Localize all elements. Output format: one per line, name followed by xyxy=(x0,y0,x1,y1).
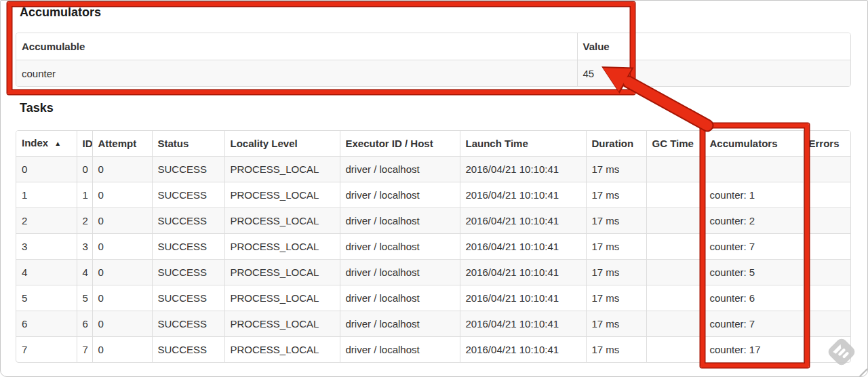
accumulable-name-cell: counter xyxy=(16,60,577,87)
task-errors-cell xyxy=(803,285,850,311)
table-row: 1 1 0 SUCCESS PROCESS_LOCAL driver / loc… xyxy=(16,182,850,208)
task-id-cell: 6 xyxy=(77,311,92,337)
task-gc-time-cell xyxy=(646,337,704,363)
task-duration-cell: 17 ms xyxy=(586,182,646,208)
accumulators-heading: Accumulators xyxy=(20,5,101,20)
task-attempt-cell: 0 xyxy=(92,260,152,285)
task-gc-time-cell xyxy=(646,311,704,337)
task-duration-cell: 17 ms xyxy=(586,337,646,363)
accumulators-header-row: Accumulable Value xyxy=(16,33,850,60)
task-attempt-cell: 0 xyxy=(92,285,152,311)
task-locality-cell: PROCESS_LOCAL xyxy=(224,337,340,363)
task-gc-time-cell xyxy=(646,182,704,208)
task-errors-cell xyxy=(803,234,850,260)
task-locality-cell: PROCESS_LOCAL xyxy=(224,260,340,285)
task-attempt-cell: 0 xyxy=(92,234,152,260)
task-accumulators-cell: counter: 7 xyxy=(704,311,803,337)
task-errors-cell xyxy=(803,182,850,208)
task-status-cell: SUCCESS xyxy=(152,182,224,208)
table-row: 2 2 0 SUCCESS PROCESS_LOCAL driver / loc… xyxy=(16,208,850,234)
header-cell-value: Value xyxy=(577,33,850,60)
header-cell-accumulable: Accumulable xyxy=(16,33,577,60)
task-locality-cell: PROCESS_LOCAL xyxy=(224,311,340,337)
task-id-cell: 7 xyxy=(77,337,92,363)
task-status-cell: SUCCESS xyxy=(152,337,224,363)
task-locality-cell: PROCESS_LOCAL xyxy=(224,182,340,208)
task-accumulators-cell: counter: 7 xyxy=(704,234,803,260)
table-row: 3 3 0 SUCCESS PROCESS_LOCAL driver / loc… xyxy=(16,234,850,260)
task-attempt-cell: 0 xyxy=(92,157,152,182)
tasks-header-index-label: Index xyxy=(22,137,48,148)
task-duration-cell: 17 ms xyxy=(586,208,646,234)
task-launch-time-cell: 2016/04/21 10:10:41 xyxy=(460,260,586,285)
task-duration-cell: 17 ms xyxy=(586,260,646,285)
table-row: 6 6 0 SUCCESS PROCESS_LOCAL driver / loc… xyxy=(16,311,850,337)
task-gc-time-cell xyxy=(646,157,704,182)
tasks-header-id[interactable]: ID xyxy=(77,131,92,157)
task-duration-cell: 17 ms xyxy=(586,285,646,311)
task-executor-cell: driver / localhost xyxy=(340,208,460,234)
task-attempt-cell: 0 xyxy=(92,208,152,234)
task-executor-cell: driver / localhost xyxy=(340,260,460,285)
task-locality-cell: PROCESS_LOCAL xyxy=(224,285,340,311)
task-status-cell: SUCCESS xyxy=(152,208,224,234)
task-errors-cell xyxy=(803,311,850,337)
task-status-cell: SUCCESS xyxy=(152,260,224,285)
tasks-header-attempt[interactable]: Attempt xyxy=(92,131,152,157)
task-gc-time-cell xyxy=(646,208,704,234)
task-launch-time-cell: 2016/04/21 10:10:41 xyxy=(460,182,586,208)
task-duration-cell: 17 ms xyxy=(586,234,646,260)
task-duration-cell: 17 ms xyxy=(586,157,646,182)
tasks-header-row: Index▲ ID Attempt Status Locality Level … xyxy=(16,131,850,157)
tasks-header-duration[interactable]: Duration xyxy=(586,131,646,157)
tasks-header-locality-level[interactable]: Locality Level xyxy=(224,131,340,157)
tasks-header-gc-time[interactable]: GC Time xyxy=(646,131,704,157)
task-index-cell: 0 xyxy=(16,157,77,182)
tasks-header-accumulators[interactable]: Accumulators xyxy=(704,131,803,157)
task-status-cell: SUCCESS xyxy=(152,285,224,311)
task-id-cell: 4 xyxy=(77,260,92,285)
task-index-cell: 4 xyxy=(16,260,77,285)
task-locality-cell: PROCESS_LOCAL xyxy=(224,157,340,182)
task-launch-time-cell: 2016/04/21 10:10:41 xyxy=(460,234,586,260)
task-executor-cell: driver / localhost xyxy=(340,337,460,363)
table-row: 7 7 0 SUCCESS PROCESS_LOCAL driver / loc… xyxy=(16,337,850,363)
task-gc-time-cell xyxy=(646,285,704,311)
tasks-heading: Tasks xyxy=(20,101,54,115)
task-gc-time-cell xyxy=(646,260,704,285)
task-launch-time-cell: 2016/04/21 10:10:41 xyxy=(460,337,586,363)
task-attempt-cell: 0 xyxy=(92,337,152,363)
task-launch-time-cell: 2016/04/21 10:10:41 xyxy=(460,208,586,234)
accumulators-table: Accumulable Value counter 45 xyxy=(16,33,851,87)
task-accumulators-cell xyxy=(704,157,803,182)
task-status-cell: SUCCESS xyxy=(152,234,224,260)
task-accumulators-cell: counter: 17 xyxy=(704,337,803,363)
task-errors-cell xyxy=(803,157,850,182)
tasks-header-status[interactable]: Status xyxy=(152,131,224,157)
task-index-cell: 3 xyxy=(16,234,77,260)
tasks-header-executor-id-host[interactable]: Executor ID / Host xyxy=(340,131,460,157)
spark-stage-page: Accumulators Accumulable Value counter 4… xyxy=(0,0,868,377)
tasks-header-launch-time[interactable]: Launch Time xyxy=(460,131,586,157)
task-index-cell: 5 xyxy=(16,285,77,311)
tasks-table-body: 0 0 0 SUCCESS PROCESS_LOCAL driver / loc… xyxy=(16,157,850,363)
tasks-table: Index▲ ID Attempt Status Locality Level … xyxy=(16,130,851,363)
accumulator-row: counter 45 xyxy=(16,60,850,87)
task-accumulators-cell: counter: 2 xyxy=(704,208,803,234)
task-executor-cell: driver / localhost xyxy=(340,285,460,311)
task-id-cell: 2 xyxy=(77,208,92,234)
task-attempt-cell: 0 xyxy=(92,182,152,208)
tasks-header-index[interactable]: Index▲ xyxy=(16,131,77,157)
task-executor-cell: driver / localhost xyxy=(340,157,460,182)
table-row: 4 4 0 SUCCESS PROCESS_LOCAL driver / loc… xyxy=(16,260,850,285)
task-index-cell: 2 xyxy=(16,208,77,234)
tasks-header-errors[interactable]: Errors xyxy=(803,131,850,157)
task-id-cell: 5 xyxy=(77,285,92,311)
window-resize-corner[interactable] xyxy=(857,368,868,377)
task-id-cell: 0 xyxy=(77,157,92,182)
task-index-cell: 7 xyxy=(16,337,77,363)
task-status-cell: SUCCESS xyxy=(152,311,224,337)
task-duration-cell: 17 ms xyxy=(586,311,646,337)
task-gc-time-cell xyxy=(646,234,704,260)
task-index-cell: 1 xyxy=(16,182,77,208)
